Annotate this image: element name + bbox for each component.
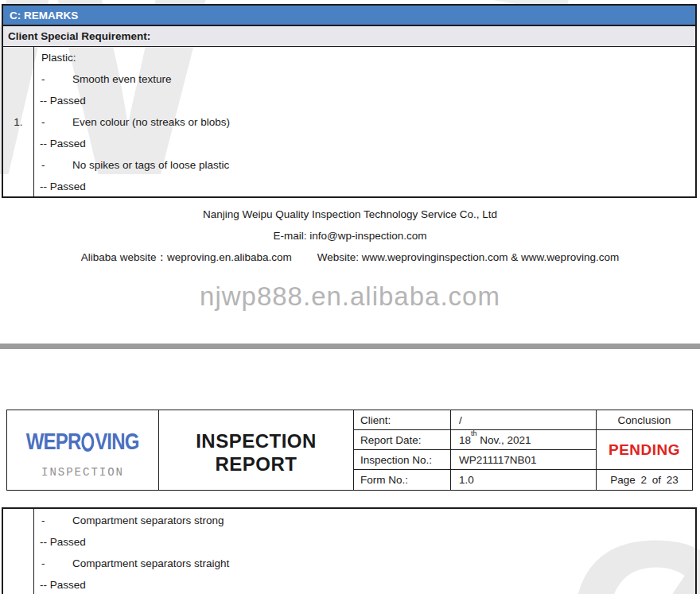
bullet-dash: -	[41, 510, 72, 531]
inspection-no-label: Inspection No.:	[354, 450, 451, 470]
report-date-label: Report Date:	[354, 430, 451, 450]
result-line: -- Passed	[34, 531, 695, 553]
field-value-text: WP211117NB01	[459, 454, 537, 466]
client-value: /	[451, 410, 597, 430]
conclusion-status-text: PENDING	[609, 441, 680, 459]
logo-subtitle: INSPECTION	[41, 466, 124, 479]
remarks-section-title: C: REMARKS	[10, 10, 78, 21]
report-title-line1: INSPECTION	[196, 429, 317, 452]
form-no-value: 1.0	[451, 470, 597, 490]
logo-cell: WEPRVING INSPECTION	[7, 410, 159, 490]
result-line: -- Passed	[34, 90, 695, 111]
field-value-text: 18th Nov., 2021	[459, 433, 531, 446]
requirement-line: Plastic:	[34, 47, 695, 68]
logo-text-left: WEPR	[26, 428, 81, 455]
bullet-dash: -	[41, 553, 72, 574]
field-label-text: Form No.:	[360, 474, 408, 486]
date-day: 18	[459, 434, 471, 446]
requirement-text: Even colour (no streaks or blobs)	[72, 116, 230, 128]
watermark-text: njwp888.en.alibaba.com	[0, 281, 700, 313]
conclusion-label-text: Conclusion	[618, 414, 671, 426]
page-indicator-text: Page 2 of 23	[610, 474, 679, 486]
report-header-table: WEPRVING INSPECTION INSPECTION REPORT Cl…	[6, 410, 693, 491]
bullet-dash: -	[41, 154, 72, 176]
bullet-dash: -	[41, 111, 72, 133]
company-name: Nanjing Weipu Quality Inspection Technol…	[0, 204, 700, 225]
inspection-no-value: WP211117NB01	[451, 450, 597, 470]
conclusion-status: PENDING	[597, 430, 692, 470]
form-no-label: Form No.:	[354, 470, 451, 490]
company-website: Website: www.weprovinginspection.com & w…	[317, 251, 619, 263]
client-special-requirement-header: Client Special Requirement:	[3, 26, 695, 47]
requirement-line: -Smooth even texture	[34, 68, 695, 90]
requirement-line: -Compartment separators strong	[34, 510, 695, 531]
report-title-line2: REPORT	[215, 452, 297, 476]
report-date-value: 18th Nov., 2021	[451, 430, 597, 450]
requirement-text: Smooth even texture	[72, 73, 172, 85]
requirement-line: -Even colour (no streaks or blobs)	[34, 111, 695, 133]
item-number-cell: 1.	[3, 47, 34, 196]
logo-text-right: VING	[95, 428, 138, 455]
field-label-text: Client:	[360, 414, 391, 426]
item-number-cell	[3, 509, 34, 594]
bullet-dash: -	[41, 68, 72, 90]
weproving-logo: WEPRVING	[26, 428, 139, 455]
company-footer: Nanjing Weipu Quality Inspection Technol…	[0, 204, 700, 268]
logo-o-ring-icon	[82, 433, 95, 452]
company-email: E-mail: info@wp-inspection.com	[0, 225, 700, 247]
result-text: -- Passed	[40, 579, 86, 591]
remarks-section-header: C: REMARKS	[3, 6, 695, 26]
remarks-continuation-table: -Compartment separators strong -- Passed…	[2, 507, 697, 594]
requirement-text: No spikes or tags of loose plastic	[72, 159, 229, 171]
company-websites: Alibaba website：weproving.en.alibaba.com…	[0, 247, 700, 268]
result-text: -- Passed	[40, 181, 86, 192]
result-text: -- Passed	[40, 95, 86, 107]
conclusion-header: Conclusion	[597, 410, 692, 430]
page-indicator: Page 2 of 23	[597, 470, 692, 490]
item-number: 1.	[14, 116, 22, 128]
field-value-text: 1.0	[459, 474, 474, 486]
report-title-cell: INSPECTION REPORT	[159, 410, 354, 490]
requirement-content-cell: Plastic: -Smooth even texture -- Passed …	[34, 47, 695, 196]
requirement-text: Compartment separators straight	[72, 557, 229, 569]
result-line: -- Passed	[34, 574, 695, 594]
field-label-text: Inspection No.:	[360, 454, 432, 466]
date-ordinal: th	[471, 429, 477, 437]
result-line: -- Passed	[34, 133, 695, 154]
page-divider-bar	[0, 344, 700, 349]
result-text: -- Passed	[40, 138, 86, 149]
result-line: -- Passed	[34, 176, 695, 197]
field-label-text: Report Date:	[360, 434, 422, 446]
date-rest: Nov., 2021	[477, 434, 531, 446]
remarks-item-row: 1. Plastic: -Smooth even texture -- Pass…	[3, 47, 695, 196]
result-text: -- Passed	[40, 536, 86, 548]
remarks-section: C: REMARKS Client Special Requirement: 1…	[2, 4, 697, 198]
requirement-text: Plastic:	[41, 52, 76, 64]
requirement-text: Compartment separators strong	[72, 514, 224, 526]
requirement-line: -No spikes or tags of loose plastic	[34, 154, 695, 176]
client-label: Client:	[354, 410, 451, 430]
requirement-line: -Compartment separators straight	[34, 553, 695, 574]
alibaba-website: Alibaba website：weproving.en.alibaba.com	[81, 251, 292, 263]
requirement-content-cell: -Compartment separators strong -- Passed…	[34, 509, 695, 594]
field-value-text: /	[459, 414, 462, 426]
inspection-report-page: W C njwp888.en.alibaba.com C: REMARKS Cl…	[0, 0, 700, 594]
client-special-requirement-label: Client Special Requirement:	[8, 30, 150, 42]
